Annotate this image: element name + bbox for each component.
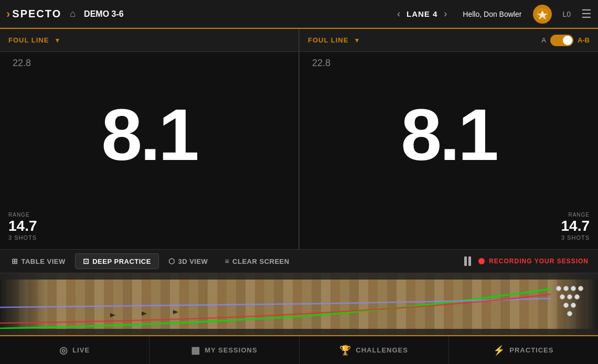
right-metric-footer: RANGE 14.7 3 SHOTS [300, 207, 598, 249]
3d-view-button[interactable]: ⬡ 3D VIEW [161, 254, 215, 269]
pause-bar-1 [464, 256, 467, 266]
table-view-label: TABLE VIEW [22, 258, 66, 265]
left-metric-footer: RANGE 14.7 3 SHOTS [0, 207, 298, 249]
lane-prev-button[interactable]: ‹ [397, 8, 400, 19]
pin [571, 303, 576, 308]
live-icon: ◎ [59, 345, 68, 356]
table-view-icon: ⊞ [12, 257, 18, 265]
left-shots-label: 3 SHOTS [8, 234, 290, 241]
practices-label: PRACTICES [509, 346, 553, 354]
right-range-value: 14.7 [308, 218, 590, 234]
toggle-knob [563, 36, 572, 45]
pause-bar-2 [468, 256, 471, 266]
clear-screen-label: CLEAR SCREEN [232, 258, 290, 265]
svg-marker-1 [110, 313, 115, 317]
toggle-a-label: A [541, 36, 546, 44]
lane-label: LANE 4 [407, 9, 437, 18]
pin [567, 311, 572, 316]
metrics-area: FOUL LINE ▼ 22.8 8.1 RANGE 14.7 3 SHOTS … [0, 29, 598, 249]
pin [563, 303, 569, 308]
user-avatar[interactable] [533, 5, 552, 24]
challenges-icon: 🏆 [339, 345, 351, 356]
pin [571, 286, 576, 291]
challenges-label: CHALLENGES [356, 346, 408, 354]
practices-icon: ⚡ [493, 345, 505, 356]
recording-indicator: RECORDING YOUR SESSION [478, 258, 594, 265]
right-main-value: 8.1 [300, 52, 598, 207]
deep-practice-label: DEEP PRACTICE [92, 258, 151, 265]
table-view-button[interactable]: ⊞ TABLE VIEW [4, 254, 73, 269]
bottom-navigation: ◎ LIVE ▦ MY SESSIONS 🏆 CHALLENGES ⚡ PRAC… [0, 335, 598, 364]
left-foul-line-label: FOUL LINE [8, 36, 49, 44]
pin [567, 294, 572, 299]
recording-dot-icon [478, 258, 485, 264]
logo-chevron-icon: › [6, 7, 10, 21]
clear-screen-icon: ≡ [225, 257, 229, 265]
logo: › SPECTO [6, 7, 61, 21]
right-panel-header: FOUL LINE ▼ A A-B [300, 29, 598, 52]
pin [560, 294, 565, 299]
3d-view-icon: ⬡ [168, 257, 175, 265]
3d-view-label: 3D VIEW [178, 258, 208, 265]
toggle-ab-label: A-B [578, 36, 590, 44]
svg-marker-3 [173, 310, 178, 314]
live-label: LIVE [72, 346, 90, 354]
logo-text: SPECTO [12, 8, 61, 20]
pin [578, 286, 583, 291]
app-header: › SPECTO ⌂ DEMO 3-6 ‹ LANE 4 › Hello, Do… [0, 0, 598, 29]
left-main-value: 8.1 [0, 52, 298, 207]
my-sessions-icon: ▦ [191, 345, 200, 356]
lane-next-button[interactable]: › [444, 8, 447, 19]
demo-label: DEMO 3-6 [84, 9, 124, 19]
home-icon[interactable]: ⌂ [70, 8, 76, 19]
deep-practice-icon: ⊡ [83, 257, 90, 265]
clear-screen-button[interactable]: ≡ CLEAR SCREEN [217, 254, 296, 269]
right-range-label: RANGE [308, 212, 590, 218]
nav-item-live[interactable]: ◎ LIVE [0, 336, 150, 364]
svg-marker-2 [142, 312, 147, 316]
nav-item-practices[interactable]: ⚡ PRACTICES [449, 336, 598, 364]
nav-item-my-sessions[interactable]: ▦ MY SESSIONS [150, 336, 299, 364]
lane-visualization [0, 273, 598, 335]
left-secondary-value: 22.8 [13, 58, 31, 69]
hamburger-menu-icon[interactable]: ☰ [581, 7, 592, 21]
left-metric-panel: FOUL LINE ▼ 22.8 8.1 RANGE 14.7 3 SHOTS [0, 29, 300, 249]
pin [563, 286, 569, 291]
lane-track-svg [0, 273, 598, 335]
left-panel-header: FOUL LINE ▼ [0, 29, 298, 52]
deep-practice-button[interactable]: ⊡ DEEP PRACTICE [75, 253, 159, 269]
right-secondary-value: 22.8 [312, 58, 330, 69]
nav-item-challenges[interactable]: 🏆 CHALLENGES [300, 336, 449, 364]
right-dropdown-arrow-icon[interactable]: ▼ [354, 37, 360, 44]
my-sessions-label: MY SESSIONS [205, 346, 257, 354]
pins-area [556, 286, 588, 323]
left-dropdown-arrow-icon[interactable]: ▼ [54, 37, 60, 44]
right-shots-label: 3 SHOTS [308, 234, 590, 241]
right-foul-line-label: FOUL LINE [308, 36, 348, 44]
svg-rect-4 [0, 273, 598, 280]
user-greeting: Hello, Don Bowler [463, 10, 521, 18]
pin [556, 286, 561, 291]
left-range-value: 14.7 [8, 218, 290, 234]
recording-label: RECORDING YOUR SESSION [489, 258, 589, 265]
left-range-label: RANGE [8, 212, 290, 218]
toolbar: ⊞ TABLE VIEW ⊡ DEEP PRACTICE ⬡ 3D VIEW ≡… [0, 249, 598, 273]
right-metric-panel: FOUL LINE ▼ A A-B 22.8 8.1 RANGE 14.7 3 … [300, 29, 598, 249]
ab-toggle-switch[interactable] [550, 35, 573, 46]
level-badge: L0 [562, 10, 571, 18]
ab-toggle-area: A A-B [541, 35, 590, 46]
pin [574, 294, 580, 299]
svg-rect-5 [0, 329, 598, 335]
pause-button[interactable] [459, 253, 476, 269]
lane-navigation: ‹ LANE 4 › [397, 8, 447, 19]
